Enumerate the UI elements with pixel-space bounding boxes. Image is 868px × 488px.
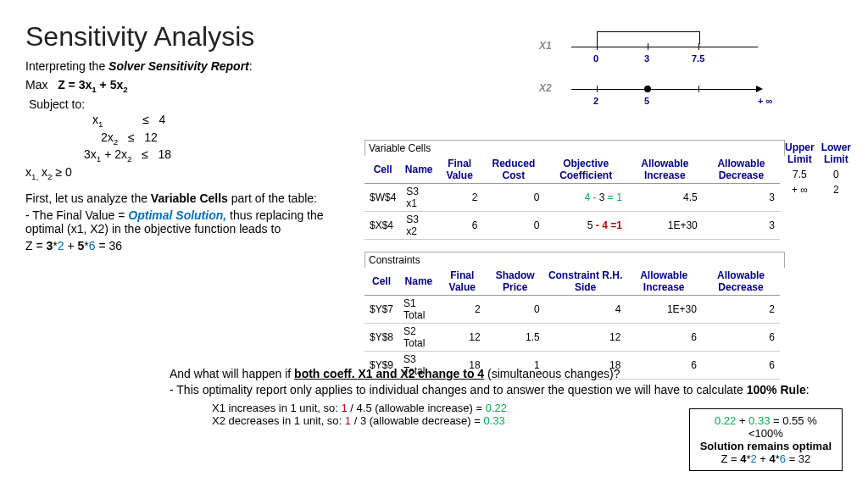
a1-bold: Variable Cells — [151, 191, 228, 205]
rule-bold: 100% Rule — [747, 383, 806, 396]
table-row: $X$4S3 x2 60 5 - 4 =1 1E+303 — [364, 212, 780, 240]
rule-post: : — [806, 383, 810, 396]
intro-bold: Solver Sensitivity Report — [108, 59, 249, 73]
q-pre: And what will happen if — [170, 367, 294, 380]
col-rhs: Constraint R.H. Side — [545, 268, 626, 296]
obj-z: Z = 3x — [58, 78, 92, 92]
x2-axis-label: X2 — [539, 82, 552, 94]
col-cell: Cell — [364, 156, 401, 184]
q-bold: both coeff. X1 and X2 change to 4 — [294, 367, 484, 380]
analysis-block: First, let us analyze the Variable Cells… — [25, 191, 348, 252]
x2-axis: X2 2 5 + ∞ — [554, 72, 809, 106]
intro-post: : — [249, 59, 253, 73]
col-shadow-price: Shadow Price — [486, 268, 545, 296]
table-row: $Y$7S1 Total2041E+302 — [364, 296, 780, 324]
limits-block: Upper LimitLower Limit 7.50 + ∞2 — [782, 140, 849, 197]
constraint-1: x1 ≤ 4 — [29, 113, 843, 129]
box-line-1: 0.22 + 0.33 = 0.55 % — [700, 414, 832, 427]
a2-pre: - The Final Value = — [25, 208, 128, 222]
optimal-solution-label: Optimal Solution, — [128, 208, 226, 222]
constraints-table: CellName Final ValueShadow Price Constra… — [364, 268, 780, 380]
col-lower-limit: Lower Limit — [818, 140, 854, 167]
box-line-2: <100% — [700, 427, 832, 440]
col-final-value: Final Value — [437, 156, 482, 184]
variable-cells-table: Cell Name Final Value Reduced Cost Objec… — [364, 156, 780, 240]
col-name: Name — [401, 156, 437, 184]
x1-axis: X1 0 3 7.5 — [554, 30, 809, 64]
q-post: (simultaneous changes)? — [484, 367, 620, 380]
z-calc: Z = 3*2 + 5*6 = 36 — [25, 239, 348, 252]
obj-mid: + 5x — [97, 78, 124, 92]
rule-pre: - This optimality report only applies to… — [170, 383, 747, 396]
variable-cells-header: Variable Cells — [364, 140, 785, 156]
arrow-icon — [756, 86, 763, 92]
box-line-4: Z = 4*2 + 4*6 = 32 — [700, 452, 832, 465]
col-allow-increase: Allowable Increase — [627, 156, 703, 184]
a1-pre: First, let us analyze the — [25, 191, 151, 205]
col-objective-coeff: Objective Coefficient — [544, 156, 626, 184]
col-reduced-cost: Reduced Cost — [482, 156, 544, 184]
a1-post: part of the table: — [228, 191, 317, 205]
obj-pre: Max — [25, 78, 58, 92]
number-lines: X1 0 3 7.5 X2 2 5 + ∞ — [554, 30, 809, 114]
table-row: $W$4S3 x1 20 4 - 3 = 1 4.53 — [364, 184, 780, 212]
intro-pre: Interpreting the — [25, 59, 108, 73]
box-line-3: Solution remains optimal — [700, 440, 832, 452]
col-allow-decrease: Allowable Decrease — [703, 156, 780, 184]
table-row: $Y$8S2 Total121.51266 — [364, 324, 780, 352]
hundred-percent-rule-box: 0.22 + 0.33 = 0.55 % <100% Solution rema… — [689, 408, 843, 471]
x1-axis-label: X1 — [539, 40, 552, 52]
constraints-header: Constraints — [364, 252, 785, 268]
col-upper-limit: Upper Limit — [782, 140, 818, 167]
x1-range-bracket — [597, 31, 700, 44]
sensitivity-report: Variable Cells Cell Name Final Value Red… — [364, 140, 843, 380]
